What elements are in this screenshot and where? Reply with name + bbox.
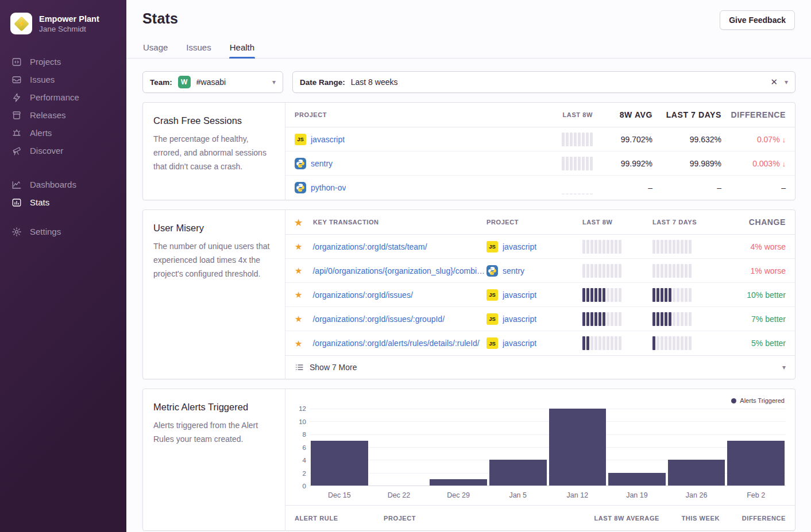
y-tick-label: 4 [303,457,306,464]
table-header: Project Last 8W 8W Avg Last 7 Days Diffe… [285,103,795,127]
sidebar: Empower Plant Jane Schmidt Projects Issu… [0,0,126,532]
project-link[interactable]: javascript [503,290,536,300]
star-icon[interactable]: ★ [295,339,302,348]
chart-bar[interactable] [489,460,547,486]
chart-bar[interactable] [430,479,487,486]
team-select-label: Team: [150,78,172,87]
difference-value: 0.003% ↓ [721,159,786,168]
sidebar-item-dashboards[interactable]: Dashboards [0,176,126,193]
change-value: 10% better [721,290,786,300]
sidebar-item-projects[interactable]: Projects [0,53,126,71]
sparkline-last-8w [562,157,593,170]
performance-icon [11,92,22,103]
team-select[interactable]: Team: W #wasabi ▾ [142,71,283,93]
table-header: ★Key Transaction Project Last 8W Last 7 … [285,210,795,235]
sidebar-item-settings[interactable]: Settings [0,223,126,240]
show-more-button[interactable]: Show 7 More ▾ [285,355,795,379]
tab-health[interactable]: Health [229,39,255,58]
project-link[interactable]: javascript [311,135,345,144]
date-range-select[interactable]: Date Range: Last 8 weeks ✕ ▾ [292,71,795,93]
panel-title: Crash Free Sessions [153,115,275,126]
project-link[interactable]: python-ov [311,183,346,192]
table-row: python-ov – – – [285,176,795,200]
sidebar-item-performance[interactable]: Performance [0,88,126,106]
difference-value: 0.07% ↓ [721,135,786,144]
sidebar-item-label: Settings [30,226,61,237]
x-tick-label: Dec 29 [428,491,488,499]
chart-x-axis: Dec 15Dec 22Dec 29Jan 5Jan 12Jan 19Jan 2… [310,491,786,505]
sparkline-last-8w [582,264,621,278]
settings-gear-icon [11,227,22,237]
releases-icon [11,110,22,121]
transaction-link[interactable]: /organizations/:orgId/issues/ [312,290,412,300]
project-link[interactable]: sentry [311,159,333,168]
change-value: 4% worse [721,242,786,251]
chart-bar[interactable] [549,409,607,486]
change-value: 7% better [721,314,786,324]
chevron-down-icon: ▾ [272,78,276,86]
chart-plot-area [310,409,786,486]
javascript-platform-icon: JS [486,289,498,301]
date-range-label: Date Range: [300,78,345,87]
javascript-platform-icon: JS [486,241,498,253]
javascript-platform-icon: JS [486,337,498,349]
chart-bar[interactable] [311,441,368,486]
panel-title: User Misery [153,223,275,234]
chart-bar[interactable] [668,460,725,486]
avg-8w-value: 99.992% [593,159,652,168]
column-project: Project [384,515,573,522]
transaction-link[interactable]: /organizations/:orgId/stats/team/ [312,242,427,251]
sparkline-last-8w [582,336,621,350]
sidebar-item-issues[interactable]: Issues [0,71,126,88]
transaction-link[interactable]: /organizations/:orgId/alerts/rules/detai… [312,339,479,348]
column-last-7-days: Last 7 Days [651,219,721,226]
chart-legend: Alerts Triggered [731,397,785,404]
chart-bar[interactable] [727,441,785,486]
down-arrow-icon: ↓ [782,160,786,168]
sidebar-item-alerts[interactable]: Alerts [0,124,126,142]
x-tick-label: Jan 26 [667,491,727,499]
metric-alerts-panel: Metric Alerts Triggered Alerts triggered… [142,389,795,531]
difference-value: – [721,183,786,192]
avg-8w-value: 99.702% [593,135,652,144]
star-icon[interactable]: ★ [295,314,302,323]
sidebar-item-label: Discover [30,145,63,156]
project-link[interactable]: javascript [503,314,536,324]
column-difference: Difference [721,110,786,119]
x-tick-label: Dec 15 [310,491,369,499]
chart-bar[interactable] [608,473,666,486]
column-change: Change [721,218,786,227]
x-tick-label: Feb 2 [726,491,786,499]
star-icon[interactable]: ★ [295,290,302,299]
tab-usage[interactable]: Usage [142,39,168,58]
sparkline-last-7-days [652,336,692,350]
project-link[interactable]: sentry [503,266,524,275]
give-feedback-button[interactable]: Give Feedback [720,10,795,30]
sidebar-item-stats[interactable]: Stats [0,193,126,211]
star-icon[interactable]: ★ [295,266,302,275]
project-link[interactable]: javascript [503,242,536,251]
sparkline-last-8w [582,288,621,302]
org-name: Empower Plant [39,14,99,25]
tab-issues[interactable]: Issues [186,39,211,58]
transaction-link[interactable]: /organizations/:orgId/issues/:groupId/ [312,314,445,324]
star-icon[interactable]: ★ [295,242,302,251]
transaction-link[interactable]: /api/0/organizations/{organization_slug}… [312,266,486,275]
y-tick-label: 0 [303,483,306,490]
python-platform-icon [295,182,306,193]
x-tick-label: Dec 22 [369,491,429,499]
sidebar-item-releases[interactable]: Releases [0,106,126,124]
org-switcher[interactable]: Empower Plant Jane Schmidt [0,10,126,40]
y-tick-label: 12 [299,405,306,412]
sidebar-item-discover[interactable]: Discover [0,142,126,160]
python-platform-icon [486,265,498,277]
sidebar-item-label: Stats [30,197,49,208]
column-difference: Difference [720,515,786,522]
main-content: Stats Give Feedback Usage Issues Health … [126,0,811,532]
panel-description: Alerts triggered from the Alert Rules yo… [153,418,275,446]
project-link[interactable]: javascript [503,339,536,348]
clear-icon[interactable]: ✕ [770,77,778,87]
x-tick-label: Jan 5 [488,491,548,499]
y-tick-label: 6 [303,444,306,451]
chevron-down-icon: ▾ [782,363,786,371]
